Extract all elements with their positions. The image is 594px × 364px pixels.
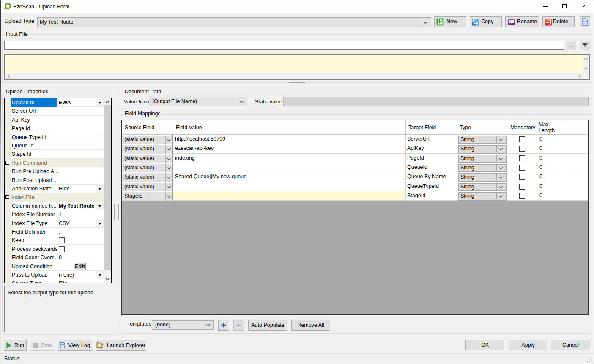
svg-text:2: 2	[476, 22, 477, 25]
svg-text:0: 0	[474, 19, 475, 22]
